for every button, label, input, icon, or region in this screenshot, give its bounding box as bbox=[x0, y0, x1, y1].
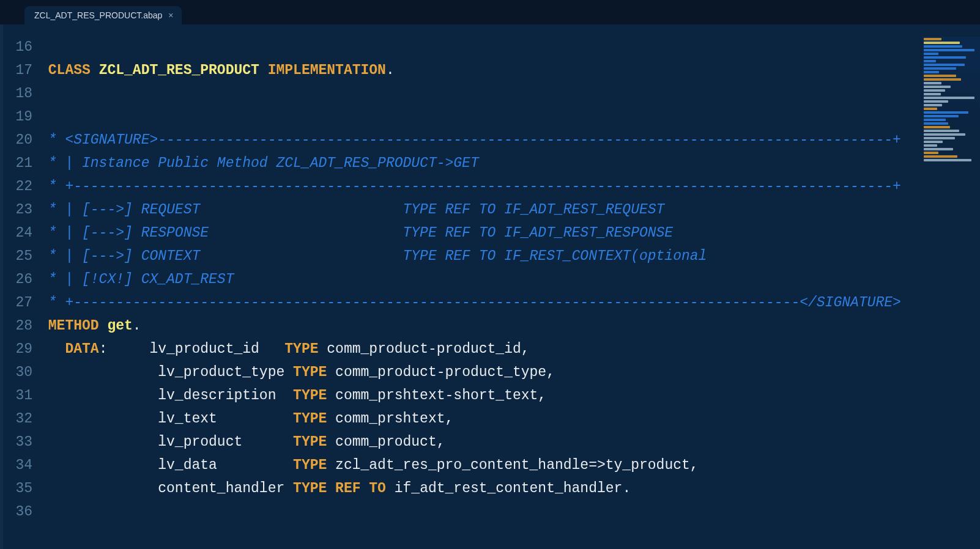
code-line[interactable] bbox=[40, 105, 980, 128]
code-line[interactable]: * +-------------------------------------… bbox=[40, 175, 980, 198]
code-line[interactable]: lv_text TYPE comm_prshtext, bbox=[40, 407, 980, 430]
file-tab[interactable]: ZCL_ADT_RES_PRODUCT.abap × bbox=[24, 6, 182, 24]
minimap[interactable] bbox=[922, 37, 980, 177]
code-line[interactable]: * <SIGNATURE>---------------------------… bbox=[40, 128, 980, 152]
code-line[interactable]: CLASS ZCL_ADT_RES_PRODUCT IMPLEMENTATION… bbox=[40, 59, 980, 82]
line-number: 32 bbox=[3, 407, 40, 430]
line-number: 34 bbox=[3, 454, 40, 477]
code-line[interactable]: * +-------------------------------------… bbox=[40, 291, 980, 314]
line-number: 22 bbox=[3, 175, 40, 198]
code-area[interactable]: CLASS ZCL_ADT_RES_PRODUCT IMPLEMENTATION… bbox=[40, 24, 980, 549]
line-number: 29 bbox=[3, 337, 40, 361]
code-line[interactable]: * | [--->] REQUEST TYPE REF TO IF_ADT_RE… bbox=[40, 198, 980, 221]
app-window: ZCL_ADT_RES_PRODUCT.abap × 1617181920212… bbox=[0, 0, 980, 549]
line-number: 17 bbox=[3, 59, 40, 82]
line-number: 26 bbox=[3, 268, 40, 291]
line-number: 30 bbox=[3, 361, 40, 384]
line-number-gutter: 1617181920212223242526272829303132333435… bbox=[0, 24, 40, 549]
editor[interactable]: 1617181920212223242526272829303132333435… bbox=[0, 24, 980, 549]
code-line[interactable]: * | [!CX!] CX_ADT_REST bbox=[40, 268, 980, 291]
line-number: 16 bbox=[3, 35, 40, 59]
code-line[interactable]: DATA: lv_product_id TYPE comm_product-pr… bbox=[40, 337, 980, 361]
line-number: 25 bbox=[3, 245, 40, 268]
line-number: 28 bbox=[3, 314, 40, 337]
code-line[interactable]: lv_product TYPE comm_product, bbox=[40, 430, 980, 454]
line-number: 27 bbox=[3, 291, 40, 314]
line-number: 33 bbox=[3, 430, 40, 454]
file-tab-label: ZCL_ADT_RES_PRODUCT.abap bbox=[34, 10, 162, 20]
code-line[interactable] bbox=[40, 82, 980, 105]
line-number: 36 bbox=[3, 500, 40, 523]
line-number: 20 bbox=[3, 128, 40, 152]
close-icon[interactable]: × bbox=[168, 11, 173, 20]
code-line[interactable]: content_handler TYPE REF TO if_adt_rest_… bbox=[40, 477, 980, 500]
code-line[interactable]: lv_data TYPE zcl_adt_res_pro_content_han… bbox=[40, 454, 980, 477]
line-number: 19 bbox=[3, 105, 40, 128]
line-number: 18 bbox=[3, 82, 40, 105]
code-line[interactable] bbox=[40, 35, 980, 59]
code-line[interactable]: * | Instance Public Method ZCL_ADT_RES_P… bbox=[40, 152, 980, 175]
code-line[interactable]: lv_description TYPE comm_prshtext-short_… bbox=[40, 384, 980, 407]
code-line[interactable]: lv_product_type TYPE comm_product-produc… bbox=[40, 361, 980, 384]
line-number: 31 bbox=[3, 384, 40, 407]
line-number: 23 bbox=[3, 198, 40, 221]
tab-bar: ZCL_ADT_RES_PRODUCT.abap × bbox=[0, 0, 980, 24]
code-line[interactable]: * | [--->] RESPONSE TYPE REF TO IF_ADT_R… bbox=[40, 221, 980, 245]
line-number: 35 bbox=[3, 477, 40, 500]
code-line[interactable] bbox=[40, 500, 980, 523]
code-line[interactable]: METHOD get. bbox=[40, 314, 980, 337]
code-line[interactable]: * | [--->] CONTEXT TYPE REF TO IF_REST_C… bbox=[40, 245, 980, 268]
line-number: 21 bbox=[3, 152, 40, 175]
line-number: 24 bbox=[3, 221, 40, 245]
